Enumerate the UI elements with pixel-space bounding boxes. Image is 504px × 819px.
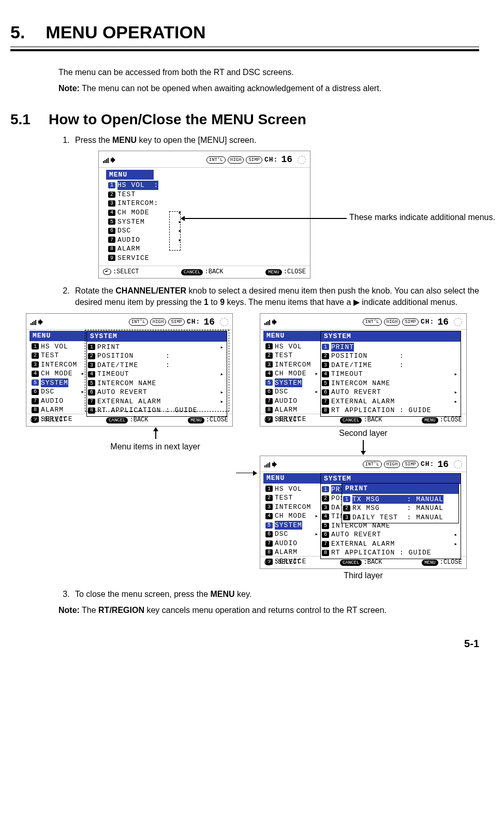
callout-arrow [181, 218, 347, 219]
submenu-title: SYSTEM [321, 474, 461, 484]
menu-item[interactable]: 9SERVICE [106, 254, 184, 263]
menu-item[interactable]: 5SYSTEM [263, 378, 320, 388]
s2e: to [209, 298, 220, 306]
menu-item-number: 3 [32, 361, 39, 368]
speaker-icon [272, 462, 278, 467]
step-3: To close the menu screen, press the MENU… [72, 589, 479, 600]
menu-item[interactable]: 4CH MODE [29, 369, 86, 378]
menu-item[interactable]: 6DSC [263, 530, 320, 539]
menu-screen-main: INT'L HIGH SIMP CH: 16 MENU 1HS VOL :2TE… [98, 151, 310, 279]
cancel-button-icon: CANCEL [340, 417, 362, 423]
menu-item-number: 4 [322, 514, 329, 520]
menu-item[interactable]: 1TX MSG : MANUAL [342, 495, 458, 504]
menu-item[interactable]: 8RT APPLICATION : GUIDE [321, 548, 461, 558]
key-1: 1 [204, 298, 209, 306]
menu-screen-second-layer: INT'L HIGH SIMP CH: 16 MENU 1HS VOL2TEST… [260, 313, 467, 427]
menu-item[interactable]: 7EXTERNAL ALARM [321, 539, 461, 549]
menu-item[interactable]: 3INTERCOM [263, 503, 320, 512]
badge-simp: SIMP [402, 461, 419, 468]
menu-item[interactable]: 6DSC [263, 387, 320, 397]
menu-item[interactable]: 6DSC [29, 387, 86, 397]
menu-item[interactable]: 4TIMEOUT [321, 370, 461, 379]
menu-item-number: 2 [265, 495, 273, 501]
menu-item-number: 4 [108, 210, 115, 216]
menu-item[interactable]: 7EXTERNAL ALARM [321, 397, 461, 406]
knob-icon [264, 559, 273, 565]
menu-item-label: INTERCOM [41, 360, 77, 370]
menu-item[interactable]: 3INTERCOM [29, 360, 86, 370]
menu-item-number: 2 [343, 505, 350, 511]
menu-item[interactable]: 2TEST [263, 351, 320, 360]
flow-arrow-down [363, 440, 364, 455]
menu-item-number: 4 [32, 371, 39, 377]
menu-item[interactable]: 5SYSTEM [263, 521, 320, 530]
footer-select: :SELECT [103, 268, 139, 276]
submenu-arrow-icon [454, 397, 457, 406]
menu-item-label: SYSTEM [41, 378, 68, 388]
ch-number: 16 [437, 458, 449, 471]
chapter-text: MENU OPERATION [46, 21, 205, 45]
menu-item-label: AUDIO [275, 397, 298, 406]
submenu-arrow-icon [454, 539, 457, 549]
menu-item[interactable]: 7AUDIO [263, 397, 320, 406]
menu-item-label: HS VOL [275, 485, 302, 494]
menu-screen-next-layer: INT'L HIGH SIMP CH: 16 MENU 1HS VOL2TEST… [26, 313, 233, 427]
submenu-arrow-icon [315, 387, 318, 397]
menu-item[interactable]: 6AUTO REVERT [321, 530, 461, 539]
menu-item[interactable]: 2TEST [29, 351, 86, 360]
menu-item[interactable]: 1HS VOL [29, 342, 86, 352]
menu-item[interactable]: 4CH MODE [263, 511, 320, 521]
ch-label: CH: [421, 460, 434, 469]
section-text: How to Open/Close the MENU Screen [49, 110, 306, 129]
menu-item[interactable]: 1HS VOL [263, 485, 320, 494]
menu-item[interactable]: 4CH MODE [263, 369, 320, 378]
menu-item-label: SERVICE [117, 254, 150, 263]
menu-item-label: SYSTEM [117, 217, 145, 227]
speaker-icon [38, 319, 45, 325]
menu-item[interactable]: 1HS VOL [263, 342, 320, 352]
menu-item-number: 5 [32, 379, 39, 386]
menu-item[interactable]: 3DAILY TEST : MANUAL [342, 513, 458, 522]
menu-item[interactable]: 8RT APPLICATION : GUIDE [321, 406, 461, 415]
menu-item-label: TEST [275, 351, 293, 360]
menu-item-label: INTERCOM [275, 360, 311, 370]
menu-item[interactable]: 8ALARM [263, 405, 320, 415]
signal-icon [264, 461, 270, 467]
menu-item[interactable]: 5INTERCOM NAME [321, 379, 461, 388]
ch-number: 16 [281, 153, 292, 166]
menu-item-number: 2 [322, 353, 329, 359]
ch-number: 16 [203, 316, 215, 328]
callout-label-additional-menus: These marks indicate additional menus. [349, 212, 453, 223]
cancel-button-icon: CANCEL [340, 560, 362, 566]
step-2: Rotate the CHANNEL/ENTER knob to select … [72, 285, 479, 308]
menu-item[interactable]: 7AUDIO [263, 539, 320, 548]
menu-item[interactable]: 2POSITION : [321, 352, 461, 361]
menu-item[interactable]: 3DATE/TIME : [321, 361, 461, 370]
menu-item-number: 6 [265, 531, 273, 537]
menu-item[interactable]: 2TEST [106, 190, 184, 199]
menu-item-label: ALARM [275, 548, 298, 557]
menu-item[interactable]: 2RX MSG : MANUAL [342, 504, 458, 513]
submenu-print-title: PRINT [342, 484, 458, 494]
menu-item[interactable]: 3INTERCOM: [106, 199, 184, 208]
menu-item[interactable]: 3INTERCOM [263, 360, 320, 370]
menu-item[interactable]: 7AUDIO [29, 397, 86, 406]
footer-close: MENU:CLOSE [265, 268, 306, 276]
menu-item[interactable]: 5SYSTEM [29, 378, 86, 388]
badge-high: HIGH [384, 318, 401, 326]
busy-icon [220, 318, 228, 326]
menu-item[interactable]: 1PRINT [321, 343, 461, 352]
submenu-arrow-icon [315, 369, 318, 378]
intro-paragraph-1: The menu can be accessed from both the R… [58, 67, 479, 78]
submenu-arrow-icon [315, 378, 318, 388]
menu-item[interactable]: 8ALARM [263, 548, 320, 557]
menu-item-label: TEST [41, 351, 59, 360]
menu-item[interactable]: 1HS VOL : [106, 181, 184, 190]
menu-key-name: MENU [112, 136, 137, 144]
callout-dashbox-2 [85, 330, 229, 412]
submenu-system: SYSTEM 1PRINT2POSITION :3DATE/TIME :4TIM… [320, 331, 461, 417]
menu-item[interactable]: 2TEST [263, 493, 320, 503]
menu-item[interactable]: 8ALARM [29, 405, 86, 415]
menu-item[interactable]: 6AUTO REVERT [321, 388, 461, 397]
note-text: The menu can not be opened when awaiting… [80, 84, 381, 93]
